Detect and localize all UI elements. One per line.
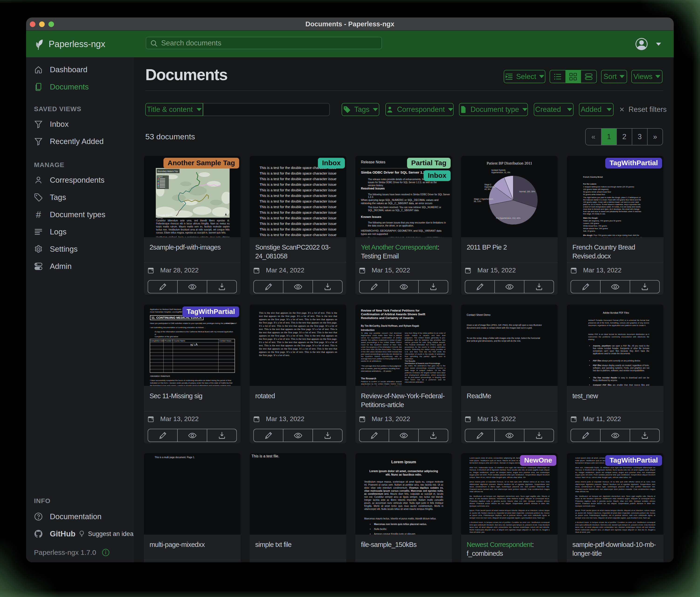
svg-text:Legend: Legend — [157, 176, 162, 178]
svg-text:Six days in BWCA: Six days in BWCA — [158, 173, 169, 175]
svg-text:Boundary Waters Trip: Boundary Waters Trip — [158, 170, 178, 172]
svg-text:A 2x7 layer: A 2x7 layer — [157, 217, 163, 219]
svg-text:Google Earth: Google Earth — [157, 214, 172, 217]
